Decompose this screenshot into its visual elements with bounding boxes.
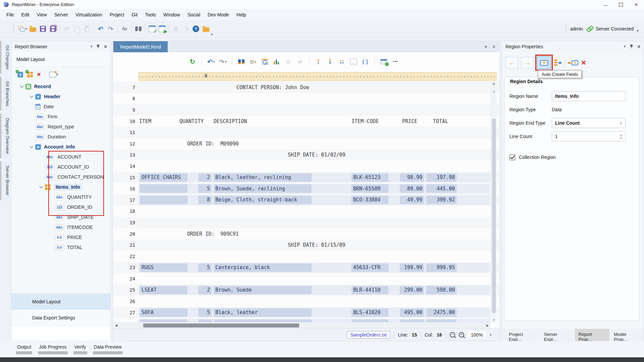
database-button[interactable] bbox=[171, 23, 181, 34]
cut-button[interactable]: ✂ bbox=[62, 23, 72, 34]
tree-item[interactable]: 123 ORDER_ID bbox=[11, 202, 110, 212]
tree-item[interactable]: Record bbox=[11, 81, 110, 92]
previous-region-button[interactable]: ← bbox=[505, 57, 518, 68]
import-data-button[interactable] bbox=[181, 23, 191, 34]
bottom-tab[interactable]: Output bbox=[16, 344, 32, 354]
editor-line[interactable]: 18 bbox=[113, 206, 499, 217]
scroll-down-icon[interactable]: ∨ bbox=[491, 318, 497, 321]
open-button[interactable] bbox=[28, 23, 38, 34]
zoom-dropdown-icon[interactable]: ▾ bbox=[490, 333, 491, 337]
chevron-down-icon[interactable] bbox=[38, 186, 45, 188]
menu-item[interactable]: Social bbox=[184, 10, 204, 19]
panel-menu-icon[interactable]: ▾ bbox=[91, 44, 93, 49]
line-count-stepper[interactable]: 1∧∨ bbox=[552, 131, 626, 141]
editor-find-button[interactable] bbox=[237, 57, 246, 66]
tree-item[interactable]: Items_Info bbox=[11, 182, 110, 192]
stepper-down-icon[interactable]: ∨ bbox=[620, 136, 622, 139]
delete-node-button[interactable]: × bbox=[37, 71, 41, 78]
search-region-button[interactable] bbox=[260, 57, 269, 66]
browse-button[interactable] bbox=[201, 23, 211, 34]
editor-line[interactable]: 20 ORDER ID: 909C91 bbox=[113, 228, 499, 240]
delete-region-button[interactable]: × bbox=[581, 59, 586, 67]
scroll-right-icon[interactable]: ▶ bbox=[486, 322, 489, 328]
menu-item[interactable]: Git bbox=[128, 10, 142, 19]
font-options-button[interactable]: Aa bbox=[119, 23, 129, 34]
editor-line[interactable]: 21 SHIP DATE: 01/15/09 bbox=[113, 239, 499, 251]
sort-numeric-button[interactable]: 09 bbox=[326, 57, 334, 66]
auto-settings-button[interactable]: ⚙ bbox=[284, 57, 292, 66]
verify-button[interactable]: ✓ bbox=[147, 23, 157, 34]
brackets-button[interactable]: [ ] bbox=[361, 57, 370, 66]
alphanumeric-button[interactable]: a-z0-9 bbox=[337, 57, 346, 66]
zoom-out-icon[interactable]: − bbox=[450, 332, 455, 338]
tree-item[interactable]: Abc Duration bbox=[11, 132, 110, 142]
menu-item[interactable]: Edit bbox=[18, 10, 33, 19]
tree-item[interactable]: Account_Info bbox=[11, 142, 110, 152]
pattern-settings-button[interactable]: ⚙ bbox=[249, 57, 257, 66]
menu-item[interactable]: Dev Mode bbox=[204, 10, 233, 19]
next-region-button[interactable]: → bbox=[521, 57, 534, 68]
menu-item[interactable]: Server bbox=[51, 10, 72, 19]
tab-list-icon[interactable]: ▾ bbox=[485, 44, 487, 49]
editor-line[interactable]: 14 bbox=[113, 161, 499, 172]
editor-line[interactable]: 12 ORDER ID: M09090 bbox=[113, 138, 499, 149]
create-region-button[interactable] bbox=[568, 60, 578, 65]
tree-item[interactable]: #.# PRICE bbox=[11, 232, 110, 242]
copy-button[interactable] bbox=[72, 23, 82, 34]
pin-icon[interactable] bbox=[630, 44, 633, 49]
side-tab[interactable]: Diagram Overview bbox=[0, 114, 10, 158]
menu-item[interactable]: Virtualization bbox=[72, 10, 106, 19]
add-field-button[interactable]: + bbox=[27, 72, 33, 77]
editor-line[interactable]: 25 LSEAT 2 Brown, Suede BLR-44110 299.00 bbox=[113, 285, 499, 296]
vertical-scrollbar[interactable]: ╪ ∧ ∨ bbox=[491, 82, 497, 323]
panel-menu-icon[interactable]: ▾ bbox=[624, 44, 626, 49]
new-report-button[interactable]: ▾ bbox=[18, 23, 28, 34]
tree-item[interactable]: 123 ACCOUNT_ID bbox=[11, 162, 110, 172]
statistics-button[interactable] bbox=[272, 57, 281, 66]
minimize-button[interactable] bbox=[598, 0, 613, 9]
whitespace-button[interactable]: _ bbox=[349, 57, 358, 66]
tree-item[interactable]: Date bbox=[11, 102, 110, 112]
apply-table-button[interactable] bbox=[379, 57, 388, 66]
tree-item[interactable]: Abc Report_type bbox=[11, 122, 110, 132]
editor-line[interactable]: 16 5 Brown, Suede, reclining BRN-65509 8… bbox=[113, 183, 499, 194]
splitter-handle[interactable]: ╪ bbox=[491, 82, 497, 88]
menu-item[interactable]: Window bbox=[160, 10, 184, 19]
save-all-button[interactable] bbox=[48, 23, 58, 34]
editor-line[interactable]: 9 bbox=[113, 104, 499, 116]
zoom-level[interactable]: 100% bbox=[468, 331, 486, 338]
document-tab[interactable]: ReportModel2.Rmd bbox=[113, 41, 168, 52]
paste-button[interactable] bbox=[82, 23, 92, 34]
horizontal-scroll-thumb[interactable] bbox=[143, 323, 299, 327]
region-end-type-select[interactable]: Line Count∨ bbox=[552, 118, 626, 128]
scroll-up-icon[interactable]: ∧ bbox=[491, 90, 497, 93]
editor-undo-button[interactable]: ↶▾ bbox=[207, 57, 215, 66]
menu-item[interactable]: File bbox=[3, 10, 18, 19]
add-fields-button[interactable] bbox=[554, 59, 561, 66]
editor-line[interactable]: 13 SHIP DATE: 01/02/09 bbox=[113, 149, 499, 161]
toolbar-overflow-button[interactable]: ▾ bbox=[211, 33, 213, 36]
tree-item[interactable]: #.# TOTAL bbox=[11, 242, 110, 252]
tree-item[interactable]: Abc ACCOUNT bbox=[11, 152, 110, 162]
editor-line[interactable]: 19 bbox=[113, 217, 499, 228]
editor-line[interactable]: 7 CONTACT PERSON: John Doe bbox=[113, 82, 499, 93]
tree-item[interactable]: Abc ITEMCODE bbox=[11, 222, 110, 232]
undo-button[interactable]: ↶ bbox=[96, 23, 106, 34]
tree-item[interactable]: Header bbox=[11, 92, 110, 102]
horizontal-scrollbar[interactable]: ◀ ▶ bbox=[113, 322, 491, 328]
editor-line[interactable]: 23 RUGS 5 Centerpiece, black 45633-CFR 1… bbox=[113, 262, 499, 274]
properties-tab[interactable]: Server Expl... bbox=[541, 329, 574, 341]
data-export-settings-button[interactable]: Data Export Settings bbox=[11, 309, 110, 325]
redo-button[interactable]: ↷ bbox=[106, 23, 116, 34]
side-tab[interactable]: Git Branches bbox=[0, 77, 10, 111]
chevron-down-icon[interactable] bbox=[28, 96, 35, 97]
editor-redo-button[interactable]: ↷▾ bbox=[218, 57, 227, 66]
tree-item[interactable]: Abc SHIP_DATE bbox=[11, 212, 110, 222]
add-region-button[interactable]: + bbox=[17, 72, 23, 77]
editor-line[interactable]: 27 SOFA 5 Black, leather BLS-41020 495.0… bbox=[113, 307, 499, 318]
find-button[interactable] bbox=[133, 23, 143, 34]
source-file-badge[interactable]: SampleOrders.txt bbox=[347, 331, 390, 339]
editor-line[interactable]: 22 bbox=[113, 251, 499, 262]
status-overflow-button[interactable]: ▾ bbox=[637, 29, 639, 33]
menu-item[interactable]: Help bbox=[233, 10, 250, 19]
